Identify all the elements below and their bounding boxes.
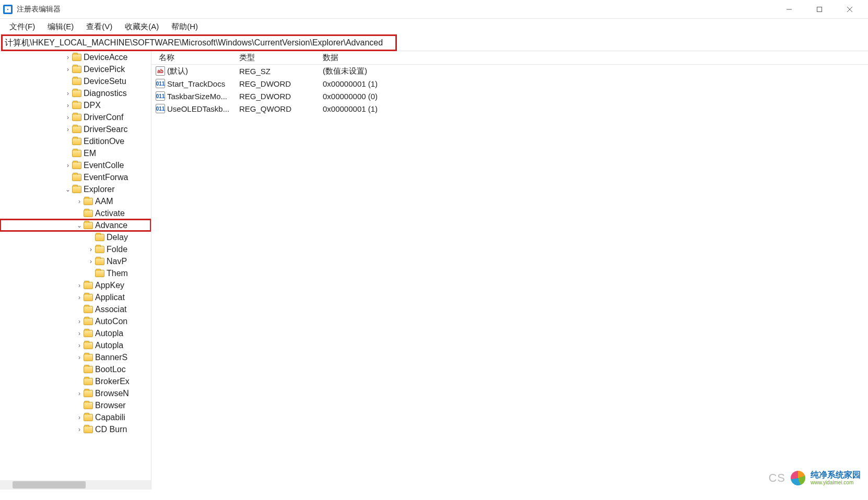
menu-favorites[interactable]: 收藏夹(A) xyxy=(120,20,164,33)
tree-item[interactable]: ›Autopla xyxy=(0,327,151,339)
tree-item[interactable]: ›DriverConf xyxy=(0,111,151,123)
tree-item[interactable]: ›Capabili xyxy=(0,411,151,423)
tree-item[interactable]: ›NavP xyxy=(0,255,151,267)
tree-item[interactable]: EditionOve xyxy=(0,135,151,147)
tree-item[interactable]: ›DPX xyxy=(0,99,151,111)
chevron-right-icon[interactable]: › xyxy=(75,414,84,421)
chevron-right-icon[interactable]: › xyxy=(87,246,95,253)
tree-item[interactable]: EM xyxy=(0,147,151,159)
address-highlight: 计算机\HKEY_LOCAL_MACHINE\SOFTWARE\Microsof… xyxy=(1,34,397,51)
tree-item-label: BrokerEx xyxy=(95,377,130,386)
chevron-right-icon[interactable]: › xyxy=(64,66,72,73)
tree-item[interactable]: Them xyxy=(0,267,151,279)
tree-item[interactable]: ›Diagnostics xyxy=(0,87,151,99)
value-name: UseOLEDTaskb... xyxy=(167,104,229,113)
tree-item[interactable]: BootLoc xyxy=(0,363,151,375)
folder-icon xyxy=(84,282,93,289)
reg-binary-icon: 011 xyxy=(156,104,165,113)
chevron-right-icon[interactable]: › xyxy=(75,426,84,433)
tree-item-label: Activate xyxy=(95,209,125,218)
tree-item[interactable]: Associat xyxy=(0,303,151,315)
address-input[interactable]: 计算机\HKEY_LOCAL_MACHINE\SOFTWARE\Microsof… xyxy=(3,36,395,50)
tree-item[interactable]: ›Folde xyxy=(0,243,151,255)
tree-item[interactable]: Activate xyxy=(0,207,151,219)
tree-item-label: DPX xyxy=(84,101,101,110)
value-type: REG_DWORD xyxy=(235,92,319,101)
chevron-right-icon[interactable]: › xyxy=(75,198,84,205)
folder-icon xyxy=(72,138,81,145)
list-row[interactable]: 011TaskbarSizeMo...REG_DWORD0x00000000 (… xyxy=(151,90,868,102)
tree-item[interactable]: ›DriverSearc xyxy=(0,123,151,135)
folder-icon xyxy=(72,102,81,109)
chevron-right-icon[interactable]: › xyxy=(64,162,72,169)
tree-item[interactable]: ›Applicat xyxy=(0,291,151,303)
chevron-right-icon[interactable]: › xyxy=(64,102,72,109)
list-row[interactable]: 011Start_TrackDocsREG_DWORD0x00000001 (1… xyxy=(151,77,868,90)
folder-icon xyxy=(84,378,93,385)
chevron-right-icon[interactable]: › xyxy=(75,330,84,337)
list-row[interactable]: 011UseOLEDTaskb...REG_QWORD0x00000001 (1… xyxy=(151,102,868,115)
chevron-down-icon[interactable]: ⌄ xyxy=(64,186,72,193)
tree-item[interactable]: Browser xyxy=(0,399,151,411)
folder-icon xyxy=(84,294,93,301)
tree-item-label: EventColle xyxy=(84,161,124,170)
menu-file[interactable]: 文件(F) xyxy=(4,20,40,33)
col-header-data[interactable]: 数据 xyxy=(319,53,868,63)
folder-icon xyxy=(95,270,104,277)
list-row[interactable]: ab(默认)REG_SZ(数值未设置) xyxy=(151,65,868,77)
tree-item-label: AutoCon xyxy=(95,317,127,326)
tree-item[interactable]: ›CD Burn xyxy=(0,423,151,435)
minimize-button[interactable] xyxy=(774,0,804,19)
window-title: 注册表编辑器 xyxy=(17,5,61,14)
chevron-right-icon[interactable]: › xyxy=(64,114,72,121)
tree-item[interactable]: ⌄Explorer xyxy=(0,183,151,195)
chevron-right-icon[interactable]: › xyxy=(75,390,84,397)
tree-item[interactable]: ›BrowseN xyxy=(0,387,151,399)
chevron-right-icon[interactable]: › xyxy=(75,342,84,349)
chevron-right-icon[interactable]: › xyxy=(64,54,72,61)
chevron-right-icon[interactable]: › xyxy=(75,294,84,301)
tree-item[interactable]: ›Autopla xyxy=(0,339,151,351)
tree-item-label: Explorer xyxy=(84,185,115,194)
chevron-right-icon[interactable]: › xyxy=(64,126,72,133)
folder-icon xyxy=(72,174,81,181)
tree-item[interactable]: ›EventColle xyxy=(0,159,151,171)
chevron-right-icon[interactable]: › xyxy=(75,318,84,325)
address-input-extend[interactable] xyxy=(398,34,868,51)
list-pane[interactable]: 名称 类型 数据 ab(默认)REG_SZ(数值未设置)011Start_Tra… xyxy=(151,51,868,490)
tree-item[interactable]: Delay xyxy=(0,231,151,243)
watermark-logo-icon xyxy=(791,471,805,485)
chevron-right-icon[interactable]: › xyxy=(75,282,84,289)
tree-item[interactable]: ›DeviceAcce xyxy=(0,51,151,63)
tree-item[interactable]: ›AppKey xyxy=(0,279,151,291)
chevron-right-icon[interactable]: › xyxy=(64,90,72,97)
tree-item[interactable]: BrokerEx xyxy=(0,375,151,387)
tree-h-scrollbar[interactable] xyxy=(0,480,151,490)
tree-item[interactable]: DeviceSetu xyxy=(0,75,151,87)
tree-item[interactable]: ›AAM xyxy=(0,195,151,207)
tree-item[interactable]: ›AutoCon xyxy=(0,315,151,327)
menu-view[interactable]: 查看(V) xyxy=(81,20,118,33)
tree-item-label: CD Burn xyxy=(95,425,127,434)
col-header-type[interactable]: 类型 xyxy=(235,53,319,63)
folder-icon xyxy=(84,426,93,433)
tree-item-label: Browser xyxy=(95,401,126,410)
chevron-down-icon[interactable]: ⌄ xyxy=(75,222,84,229)
tree-item[interactable]: ›BannerS xyxy=(0,351,151,363)
reg-sz-icon: ab xyxy=(156,66,165,76)
tree-item[interactable]: EventForwa xyxy=(0,171,151,183)
watermark-zh: 纯净系统家园 xyxy=(811,470,861,480)
tree-h-scroll-thumb[interactable] xyxy=(13,481,86,489)
tree-item-label: NavP xyxy=(107,257,127,266)
tree-item[interactable]: ⌄Advance xyxy=(0,219,151,231)
tree-item-label: EventForwa xyxy=(84,173,128,182)
tree-pane[interactable]: ›DeviceAcce›DevicePickDeviceSetu›Diagnos… xyxy=(0,51,151,490)
tree-item[interactable]: ›DevicePick xyxy=(0,63,151,75)
menu-edit[interactable]: 编辑(E) xyxy=(42,20,79,33)
col-header-name[interactable]: 名称 xyxy=(151,53,235,63)
close-button[interactable] xyxy=(835,0,865,19)
chevron-right-icon[interactable]: › xyxy=(87,258,95,265)
menu-help[interactable]: 帮助(H) xyxy=(166,20,203,33)
chevron-right-icon[interactable]: › xyxy=(75,354,84,361)
maximize-button[interactable] xyxy=(804,0,835,19)
